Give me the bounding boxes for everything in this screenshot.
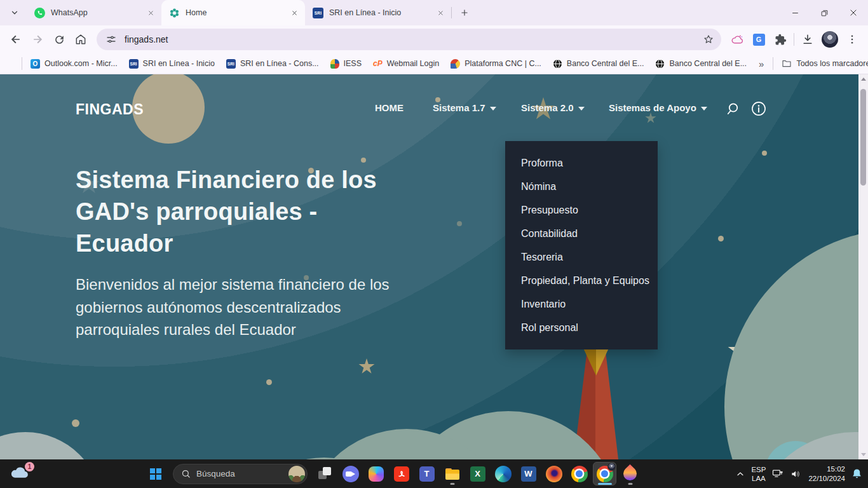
url-text[interactable]: fingads.net [125, 34, 700, 44]
bookmark-sri-consultas[interactable]: SRI SRI en Línea - Cons... [220, 57, 325, 71]
info-icon[interactable] [750, 100, 767, 117]
search-icon [181, 469, 191, 478]
address-bar[interactable]: fingads.net [97, 29, 721, 50]
menu-item-tesoreria[interactable]: Tesoreria [505, 245, 658, 269]
bookmark-star-icon[interactable] [700, 30, 717, 48]
bookmark-banco-central-1[interactable]: Banco Central del E... [547, 57, 650, 71]
tab-divider [451, 7, 452, 18]
bookmark-webmail[interactable]: cP Webmail Login [367, 57, 445, 70]
globe-icon [655, 59, 665, 69]
copilot-icon [369, 466, 384, 482]
tab-whatsapp[interactable]: WhatsApp [27, 0, 161, 25]
bookmark-banco-central-2[interactable]: Banco Central del E... [649, 57, 752, 71]
tab-close-icon[interactable] [435, 7, 446, 18]
restore-button[interactable] [810, 0, 839, 25]
bookmark-iess[interactable]: IESS [325, 57, 368, 71]
taskbar-copilot[interactable] [364, 462, 388, 485]
tab-label: SRI en Línea - Inicio [329, 8, 430, 17]
notification-badge: 1 [25, 462, 34, 471]
volume-icon[interactable] [790, 468, 803, 480]
taskbar-file-explorer[interactable] [440, 462, 464, 485]
taskbar-firefox[interactable] [542, 462, 566, 485]
windows-logo-icon [150, 468, 155, 473]
tab-close-icon[interactable] [145, 7, 156, 18]
language-indicator[interactable]: ESP LAA [751, 465, 766, 483]
tab-close-icon[interactable] [288, 7, 300, 18]
home-icon[interactable] [70, 29, 92, 50]
taskbar-word[interactable]: W [517, 462, 540, 485]
taskbar-paint-app[interactable] [618, 462, 642, 485]
close-button[interactable] [839, 0, 868, 25]
menu-item-nomina[interactable]: Nómina [505, 175, 658, 198]
menu-kebab-icon[interactable] [841, 29, 863, 50]
taskbar-weather-widget[interactable]: 1 [10, 464, 32, 484]
window-controls [780, 0, 868, 25]
nav-home[interactable]: HOME [375, 102, 403, 113]
nav-sistemas-apoyo[interactable]: Sistemas de Apoyo [609, 102, 707, 113]
all-bookmarks-folder[interactable]: Todos los marcadores [776, 57, 868, 71]
menu-item-inventario[interactable]: Inventario [505, 292, 658, 316]
taskbar-teams[interactable]: T [415, 462, 438, 485]
tab-label: WhatsApp [51, 8, 140, 17]
forward-icon[interactable] [27, 29, 48, 50]
gradient-drop-icon [621, 464, 640, 484]
bookmark-outlook[interactable]: O Outlook.com - Micr... [25, 57, 123, 71]
nav-sistema-20[interactable]: Sistema 2.0 [521, 102, 585, 113]
tab-label: Home [186, 8, 283, 17]
tab-home-active[interactable]: Home [161, 0, 305, 25]
chevron-down-icon [578, 107, 585, 111]
taskbar-acrobat[interactable] [390, 462, 413, 485]
minimize-button[interactable] [780, 0, 810, 25]
dot-graphic [72, 419, 79, 427]
tray-chevron-up-icon[interactable] [735, 469, 745, 479]
scroll-up-icon[interactable] [858, 74, 868, 84]
edge-icon [495, 466, 512, 482]
task-view-button[interactable] [313, 462, 337, 485]
taskbar-chrome-active[interactable] [593, 462, 616, 485]
hero-title: Sistema Financiero de los GAD's parroqui… [76, 164, 390, 259]
page-viewport: FINGADS HOME Sistema 1.7 Sistema 2.0 Sis… [0, 74, 858, 459]
search-icon[interactable] [726, 100, 742, 117]
hero-subtitle: Bienvenidos al mejor sistema financiero … [76, 273, 390, 341]
site-logo[interactable]: FINGADS [76, 101, 144, 118]
downloads-icon[interactable] [797, 29, 818, 50]
taskbar-chrome[interactable] [567, 462, 591, 485]
tab-list-chevron-icon[interactable] [6, 4, 23, 21]
scrollbar-thumb[interactable] [860, 89, 866, 186]
scroll-down-icon[interactable] [858, 450, 868, 459]
weather-extension-icon[interactable] [726, 29, 748, 50]
start-button[interactable] [144, 462, 167, 485]
globe-icon [553, 59, 562, 69]
back-icon[interactable] [5, 29, 27, 50]
bookmarks-overflow-chevron[interactable]: » [752, 58, 770, 69]
bookmarks-bar: O Outlook.com - Micr... SRI SRI en Línea… [0, 53, 868, 74]
menu-item-presupuesto[interactable]: Presupuesto [505, 198, 658, 222]
teams-icon: T [419, 466, 435, 482]
menu-item-rol-personal[interactable]: Rol personal [505, 316, 658, 339]
page-scrollbar[interactable] [858, 74, 868, 459]
bookmark-sri-inicio[interactable]: SRI SRI en Línea - Inicio [123, 57, 220, 71]
taskbar-search[interactable]: Búsqueda [173, 464, 308, 484]
reload-icon[interactable] [48, 29, 70, 50]
taskbar-edge[interactable] [491, 462, 515, 485]
dot-graphic [718, 236, 724, 241]
menu-item-propiedad-planta-equipos[interactable]: Propiedad, Planta y Equipos [505, 269, 658, 292]
nav-sistema-17[interactable]: Sistema 1.7 [433, 102, 496, 113]
new-tab-button[interactable] [456, 4, 473, 22]
menu-item-contabilidad[interactable]: Contabilidad [505, 222, 658, 245]
extensions-puzzle-icon[interactable] [770, 29, 791, 50]
taskbar-chat[interactable] [339, 462, 362, 485]
profile-avatar[interactable] [822, 31, 838, 48]
taskbar-excel[interactable]: X [466, 462, 489, 485]
taskbar-clock[interactable]: 15:02 22/10/2024 [808, 464, 845, 484]
network-icon[interactable] [771, 468, 784, 480]
notifications-bell-icon[interactable] [851, 468, 863, 480]
outlook-icon: O [31, 59, 40, 69]
menu-item-proforma[interactable]: Proforma [505, 151, 658, 175]
task-view-icon [318, 467, 332, 480]
bookmark-cnc[interactable]: Plataforma CNC | C... [445, 57, 547, 71]
translate-extension-icon[interactable]: G [748, 29, 770, 50]
tab-sri[interactable]: SRI SRI en Línea - Inicio [305, 0, 451, 25]
search-highlight-thumbnail[interactable] [288, 466, 305, 482]
system-tray: ESP LAA 15:02 22/10/2024 [735, 459, 863, 488]
